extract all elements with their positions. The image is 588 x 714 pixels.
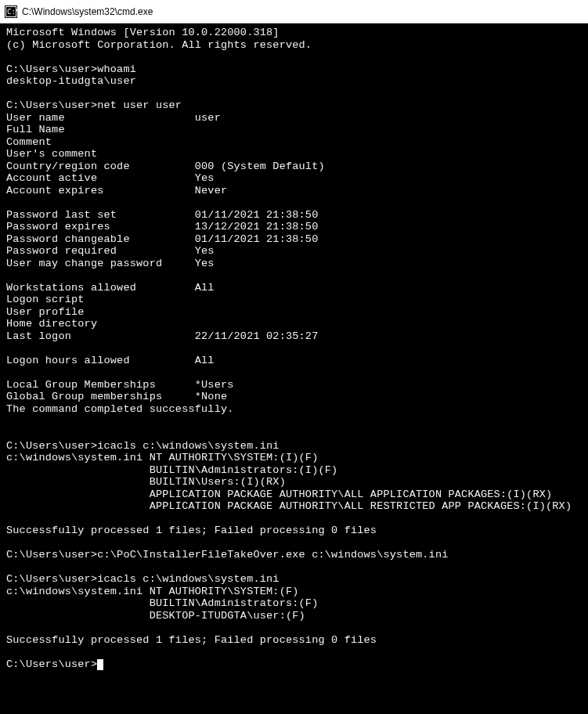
terminal-line: BUILTIN\Administrators:(F) [6,597,318,609]
terminal-line: Logon script [6,294,85,305]
terminal-line: APPLICATION PACKAGE AUTHORITY\ALL RESTRI… [6,500,572,512]
terminal-line: Local Group Memberships *Users [6,379,234,391]
terminal-line: Last logon 22/11/2021 02:35:27 [6,330,318,342]
terminal-line: BUILTIN\Users:(I)(RX) [6,476,286,488]
terminal-line: Microsoft Windows [Version 10.0.22000.31… [6,27,280,38]
cmd-icon: C:\ [5,5,17,18]
terminal-line: DESKTOP-ITUDGTA\user:(F) [6,610,305,622]
terminal-line: User profile [6,306,85,318]
window-title-bar[interactable]: C:\ C:\Windows\system32\cmd.exe [0,0,588,23]
window-title: C:\Windows\system32\cmd.exe [22,6,153,17]
terminal-line: Successfully processed 1 files; Failed p… [6,634,377,646]
terminal-line: Workstations allowed All [6,282,215,294]
terminal-line: Full Name [6,124,65,135]
terminal-line: User name user [6,112,221,124]
terminal-line: C:\Users\user>whoami [6,63,136,75]
svg-text:C:\: C:\ [7,8,17,16]
terminal-line: BUILTIN\Administrators:(I)(F) [6,464,337,476]
terminal-line: c:\windows\system.ini NT AUTHORITY\SYSTE… [6,452,318,463]
terminal-line: User's comment [6,148,97,160]
terminal-line: C:\Users\user>icacls c:\windows\system.i… [6,440,280,452]
terminal-line: C:\Users\user>net user user [6,99,182,111]
terminal-line: Account active Yes [6,172,215,184]
terminal-line: Home directory [6,318,97,330]
terminal-line: Password required Yes [6,245,215,257]
terminal-line: Successfully processed 1 files; Failed p… [6,525,377,536]
terminal-line: C:\Users\user>icacls c:\windows\system.i… [6,573,280,585]
cursor [97,659,103,670]
terminal-line: Country/region code 000 (System Default) [6,160,325,172]
terminal-line: desktop-itudgta\user [6,75,136,87]
terminal-line: Account expires Never [6,185,227,197]
terminal-output[interactable]: Microsoft Windows [Version 10.0.22000.31… [0,23,588,673]
terminal-line: Password expires 13/12/2021 21:38:50 [6,221,318,233]
terminal-line: User may change password Yes [6,258,215,269]
terminal-line: Comment [6,136,52,148]
terminal-line: C:\Users\user>c:\PoC\InstallerFileTakeOv… [6,549,449,561]
terminal-line: (c) Microsoft Corporation. All rights re… [6,39,312,51]
terminal-line: c:\windows\system.ini NT AUTHORITY\SYSTE… [6,586,299,597]
terminal-line: APPLICATION PACKAGE AUTHORITY\ALL APPLIC… [6,489,552,500]
terminal-line: Global Group memberships *None [6,391,227,402]
terminal-line: Password last set 01/11/2021 21:38:50 [6,209,318,221]
terminal-line: Password changeable 01/11/2021 21:38:50 [6,233,318,245]
terminal-line: C:\Users\user> [6,658,97,670]
terminal-line: The command completed successfully. [6,403,234,415]
terminal-line: Logon hours allowed All [6,355,215,366]
